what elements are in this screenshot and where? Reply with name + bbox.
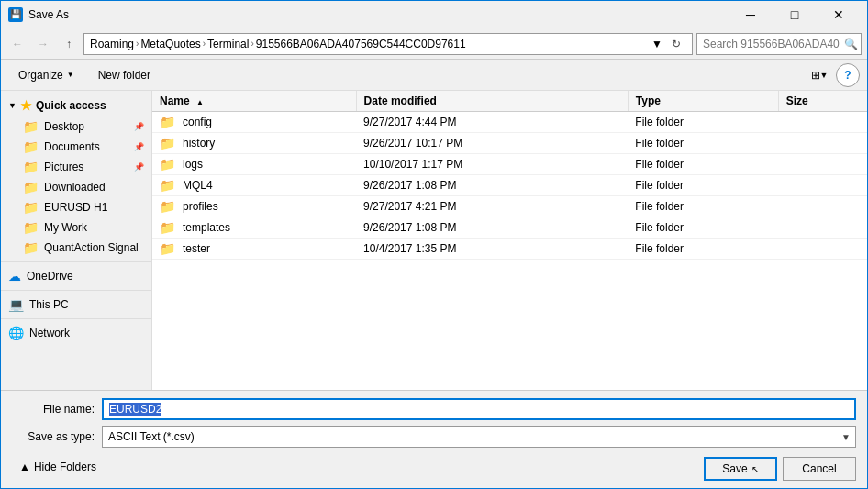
file-date: 9/27/2017 4:21 PM (356, 196, 628, 217)
bottom-panel: File name: Save as type: ASCII Text (*.c… (1, 390, 867, 488)
search-icon: 🔍 (844, 38, 858, 50)
help-button[interactable]: ? (836, 63, 860, 87)
file-type: File folder (628, 196, 778, 217)
col-name-header[interactable]: Name ▲ (152, 91, 356, 112)
sidebar-item-label: This PC (29, 298, 69, 311)
file-type: File folder (628, 133, 778, 154)
filename-input[interactable] (102, 398, 856, 420)
filetype-select[interactable]: ASCII Text (*.csv) CSV (*.csv) Text (*.t… (102, 426, 856, 448)
table-header-row: Name ▲ Date modified Type Size (152, 91, 867, 112)
pin-icon: 📌 (134, 142, 144, 151)
sidebar-item-quantaction[interactable]: 📁 QuantAction Signal (1, 238, 151, 258)
chevron-up-icon: ▲ (19, 461, 30, 473)
organize-label: Organize (18, 69, 63, 82)
sidebar-item-mywork[interactable]: 📁 My Work (1, 217, 151, 238)
back-button[interactable]: ← (6, 33, 28, 55)
col-date-header[interactable]: Date modified (356, 91, 628, 112)
col-name-label: Name (160, 94, 190, 107)
file-date: 9/27/2017 4:44 PM (356, 112, 628, 133)
file-name: logs (183, 158, 203, 171)
sidebar-item-label: QuantAction Signal (44, 241, 139, 254)
view-button[interactable]: ⊞ ▼ (807, 63, 832, 87)
folder-icon: 📁 (23, 160, 39, 174)
file-name: config (183, 116, 212, 128)
sidebar-divider-2 (1, 290, 151, 291)
file-size (778, 112, 867, 133)
table-row[interactable]: 📁 history 9/26/2017 10:17 PM File folder (152, 133, 867, 154)
save-label: Save (722, 462, 747, 475)
filename-label: File name: (12, 403, 95, 416)
sidebar-item-documents[interactable]: 📁 Documents 📌 (1, 137, 151, 157)
search-bar[interactable]: 🔍 (696, 33, 862, 55)
new-folder-button[interactable]: New folder (88, 63, 161, 87)
sidebar-item-desktop[interactable]: 📁 Desktop 📌 (1, 117, 151, 137)
onedrive-icon: ☁ (8, 269, 21, 283)
file-date: 9/26/2017 10:17 PM (356, 133, 628, 154)
close-button[interactable]: ✕ (818, 1, 860, 28)
save-as-dialog: 💾 Save As ─ □ ✕ ← → ↑ Roaming › MetaQuot… (0, 0, 868, 489)
sidebar-item-onedrive[interactable]: ☁ OneDrive (1, 266, 151, 286)
title-bar-buttons: ─ □ ✕ (729, 1, 860, 28)
cursor-icon: ↖ (751, 464, 759, 474)
table-row[interactable]: 📁 profiles 9/27/2017 4:21 PM File folder (152, 196, 867, 217)
file-name: tester (183, 242, 210, 255)
organize-button[interactable]: Organize ▼ (8, 63, 84, 87)
search-input[interactable] (703, 38, 840, 50)
sidebar-item-downloaded[interactable]: 📁 Downloaded (1, 177, 151, 197)
file-name: profiles (183, 200, 218, 213)
sidebar-item-label: Network (29, 327, 70, 339)
file-type: File folder (628, 154, 778, 175)
main-content: ▼ ★ Quick access 📁 Desktop 📌 📁 Documents… (1, 91, 867, 390)
new-folder-label: New folder (98, 69, 150, 82)
computer-icon: 💻 (8, 297, 24, 312)
cancel-label: Cancel (802, 462, 836, 475)
folder-icon: 📁 (160, 199, 175, 214)
sidebar-item-pictures[interactable]: 📁 Pictures 📌 (1, 157, 151, 177)
sidebar-item-thispc[interactable]: 💻 This PC (1, 295, 151, 315)
view-chevron-icon: ▼ (820, 71, 829, 80)
cancel-button[interactable]: Cancel (783, 457, 856, 481)
address-bar[interactable]: Roaming › MetaQuotes › Terminal › 915566… (83, 33, 693, 55)
save-button[interactable]: Save ↖ (704, 457, 777, 481)
file-name-cell: 📁 MQL4 (152, 175, 356, 196)
forward-button[interactable]: → (32, 33, 54, 55)
file-size (778, 175, 867, 196)
breadcrumb-metaquotes: MetaQuotes (140, 38, 200, 50)
table-row[interactable]: 📁 tester 10/4/2017 1:35 PM File folder (152, 239, 867, 260)
table-row[interactable]: 📁 MQL4 9/26/2017 1:08 PM File folder (152, 175, 867, 196)
minimize-button[interactable]: ─ (729, 1, 772, 28)
folder-icon: 📁 (23, 139, 39, 154)
maximize-button[interactable]: □ (773, 1, 816, 28)
sidebar-item-label: Desktop (44, 120, 84, 133)
refresh-button[interactable]: ↻ (666, 34, 686, 54)
file-name-cell: 📁 tester (152, 239, 356, 260)
sidebar-item-eurusd[interactable]: 📁 EURUSD H1 (1, 197, 151, 217)
table-row[interactable]: 📁 templates 9/26/2017 1:08 PM File folde… (152, 217, 867, 239)
sidebar-divider (1, 261, 151, 262)
hide-folders-toggle[interactable]: ▲ Hide Folders (12, 457, 104, 477)
folder-icon: 📁 (160, 220, 175, 235)
file-name-cell: 📁 history (152, 133, 356, 154)
quick-access-label: Quick access (36, 99, 106, 112)
quick-access-header[interactable]: ▼ ★ Quick access (1, 94, 151, 117)
table-row[interactable]: 📁 logs 10/10/2017 1:17 PM File folder (152, 154, 867, 175)
filetype-select-wrapper: ASCII Text (*.csv) CSV (*.csv) Text (*.t… (102, 426, 856, 448)
table-row[interactable]: 📁 config 9/27/2017 4:44 PM File folder (152, 112, 867, 133)
file-date: 10/4/2017 1:35 PM (356, 239, 628, 260)
col-size-header[interactable]: Size (778, 91, 867, 112)
hide-folders-label: Hide Folders (34, 461, 96, 473)
file-size (778, 239, 867, 260)
col-type-header[interactable]: Type (628, 91, 778, 112)
breadcrumb-hash: 915566BA06ADA407569C544CC0D97611 (256, 38, 466, 50)
sidebar-item-network[interactable]: 🌐 Network (1, 323, 151, 343)
pin-icon: 📌 (134, 162, 144, 172)
nav-toolbar: ← → ↑ Roaming › MetaQuotes › Terminal › … (1, 28, 867, 60)
folder-icon: 📁 (23, 180, 39, 194)
up-button[interactable]: ↑ (58, 33, 80, 55)
breadcrumb-terminal: Terminal (207, 38, 249, 50)
sidebar-item-label: OneDrive (27, 270, 73, 283)
window-title: Save As (28, 8, 729, 21)
folder-icon: 📁 (23, 200, 39, 215)
file-table: Name ▲ Date modified Type Size (152, 91, 867, 260)
chevron-down-icon: ▼ (8, 101, 17, 110)
